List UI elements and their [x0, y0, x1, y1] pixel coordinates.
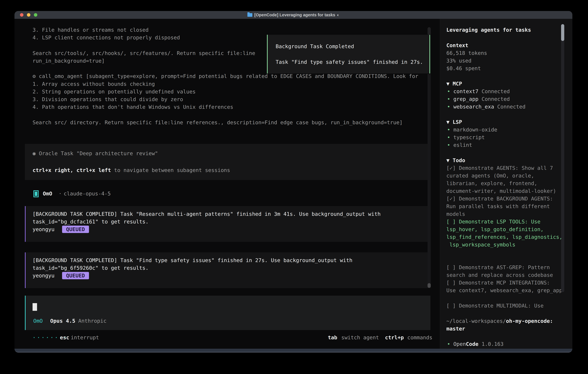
bullet-icon: •	[447, 96, 450, 102]
agent-model: claude-opus-4-5	[64, 190, 111, 197]
traffic-lights	[20, 13, 37, 17]
git-branch: master	[446, 325, 465, 332]
todo-line: librarian, explore, frontend,	[446, 179, 537, 187]
todo-line-active: [ ] Demonstrate LSP TOOLS: Use	[446, 218, 540, 226]
screen: [OpenCode] Leveraging agents for tasks ◐…	[0, 0, 588, 374]
tab-key-label: switch agent	[341, 334, 379, 341]
main-scrollbar-track[interactable]	[428, 74, 431, 288]
minimize-button[interactable]	[27, 13, 30, 17]
app-name-tail: Code	[466, 341, 478, 347]
tool-call-line: ⚙ call_omo_agent [subagent_type=explore,…	[32, 72, 418, 80]
task-line1: [BACKGROUND TASK COMPLETED] Task "Find t…	[32, 256, 430, 264]
todo-line: [✓] Demonstrate BACKGROUND AGENTS:	[446, 195, 553, 202]
agent-separator: ·	[59, 190, 62, 197]
input-model: Opus 4.5	[50, 317, 75, 325]
gear-icon: ⚙	[32, 73, 36, 79]
text-cursor	[32, 303, 37, 311]
task-line1: [BACKGROUND TASK COMPLETED] Task "Resear…	[32, 210, 430, 218]
fisheye-icon: ◉	[32, 150, 36, 156]
todo-line-active: lsp_workspace_symbols	[446, 241, 515, 249]
lsp-name: markdown-oxide	[453, 127, 497, 133]
main-scrollbar-track[interactable]	[428, 27, 431, 35]
version-line: • OpenCode 1.0.163	[447, 340, 504, 348]
window-title: [OpenCode] Leveraging agents for tasks	[254, 13, 335, 17]
esc-key-hint: esc	[60, 334, 69, 341]
notification-body: Task "Find type safety issues" finished …	[276, 58, 424, 66]
path-prefix: ~/local-workspaces/	[446, 318, 506, 324]
todo-line: search and replace across codebase	[446, 271, 553, 279]
main-scrollbar-thumb[interactable]	[428, 283, 431, 288]
context-heading: Context	[446, 42, 468, 49]
folder-icon	[247, 13, 252, 17]
esc-key-label: interrupt	[71, 334, 99, 341]
opencode-window: [OpenCode] Leveraging agents for tasks ◐…	[14, 11, 572, 353]
app-name-head: Open	[453, 341, 466, 347]
output-line: Search src/tools/, src/hooks/, src/featu…	[32, 49, 255, 57]
task-author: yeongyu	[32, 226, 54, 233]
zoom-button[interactable]	[34, 13, 37, 17]
prompt-input[interactable]: OmO Opus 4.5 Anthropic	[25, 296, 430, 330]
notification-title: Background Task Completed	[276, 42, 424, 50]
context-used: 33% used	[446, 57, 471, 64]
mcp-name: grep_app	[453, 96, 478, 102]
window-footer	[14, 349, 572, 353]
tool-call-item: 4. Path operations that don't handle Win…	[32, 103, 233, 111]
oracle-hint-rest: to navigate between subagent sessions	[111, 167, 230, 173]
lsp-section-header[interactable]: ▼ LSP	[446, 118, 462, 126]
todo-line: [✓] Demonstrate AGENTS: Show all 7	[446, 164, 553, 172]
mcp-heading: MCP	[452, 81, 462, 87]
lsp-item: • eslint	[447, 141, 472, 149]
chevron-down-icon: ▼	[446, 81, 450, 87]
task-message: [BACKGROUND TASK COMPLETED] Task "Resear…	[25, 206, 430, 242]
agent-name: OmO	[43, 190, 52, 197]
oracle-hint-keys: ctrl+x right, ctrl+x left	[32, 167, 111, 173]
mcp-item: • context7 Connected	[447, 87, 510, 95]
ctrlp-key-hint: ctrl+p	[385, 334, 404, 341]
mcp-status: Connected	[482, 88, 510, 94]
todo-line-active: lsp_find_references, lsp_diagnostics,	[446, 233, 562, 241]
input-agent: OmO	[33, 317, 43, 325]
tool-call-text: call_omo_agent [subagent_type=explore, p…	[39, 73, 418, 79]
bullet-icon: •	[447, 134, 450, 140]
output-line: 3. File handles or streams not closed	[32, 26, 149, 34]
tool-call-item: 1. Array access without bounds checking	[32, 80, 155, 88]
oracle-hint-line: ctrl+x right, ctrl+x left to navigate be…	[32, 166, 430, 174]
chevron-down-icon: ▼	[446, 119, 450, 125]
mcp-status: Connected	[497, 104, 525, 110]
path-repo: oh-my-opencode:	[506, 318, 553, 324]
todo-section-header[interactable]: ▼ Todo	[446, 156, 465, 164]
sidebar-scrollbar-thumb[interactable]	[561, 24, 564, 41]
lsp-item: • typescript	[447, 134, 485, 141]
todo-line: document-writer, multimodal-looker)	[446, 187, 556, 195]
oracle-task-box: ◉ Oracle Task "Deep architecture review"…	[25, 144, 430, 180]
task-line2: task_id="bg_6f59260c" to get results.	[32, 264, 430, 272]
mcp-status: Connected	[482, 96, 510, 102]
tab-key-hint: tab	[328, 334, 337, 341]
ctrlp-key-label: commands	[407, 334, 432, 341]
mcp-item: • grep_app Connected	[447, 95, 510, 103]
oracle-title: Oracle Task "Deep architecture review"	[39, 150, 158, 156]
session-progress-icon: ◐	[337, 13, 340, 17]
task-line2: task_id="bg_dcfac161" to get results.	[32, 218, 430, 226]
bullet-icon: •	[447, 341, 450, 347]
lsp-item: • markdown-oxide	[447, 126, 497, 134]
lsp-heading: LSP	[452, 119, 462, 125]
todo-line: curated agents (OmO, oracle,	[446, 172, 534, 179]
input-provider: Anthropic	[78, 317, 106, 325]
agent-icon	[33, 190, 39, 197]
tool-call-closing: Search src/ directory. Return specific f…	[32, 119, 403, 126]
sidebar-scrollbar-track[interactable]	[561, 24, 564, 292]
close-button[interactable]	[20, 13, 23, 17]
todo-line: Run parallel tasks with different	[446, 202, 550, 210]
app-version: 1.0.163	[482, 341, 504, 347]
mcp-name: context7	[453, 88, 478, 94]
todo-line: [ ] Demonstrate MCP INTEGRATIONS:	[446, 279, 550, 287]
bullet-icon: •	[447, 104, 450, 110]
todo-line: [ ] Demonstrate MULTIMODAL: Use	[446, 302, 544, 310]
output-line: run_in_background=true]	[32, 57, 105, 65]
mcp-item: • websearch_exa Connected	[447, 103, 525, 111]
titlebar: [OpenCode] Leveraging agents for tasks ◐	[14, 11, 572, 19]
bullet-icon: •	[447, 88, 450, 94]
todo-line-active: lsp_hover, lsp_goto_definition,	[446, 226, 544, 233]
mcp-section-header[interactable]: ▼ MCP	[446, 80, 462, 87]
